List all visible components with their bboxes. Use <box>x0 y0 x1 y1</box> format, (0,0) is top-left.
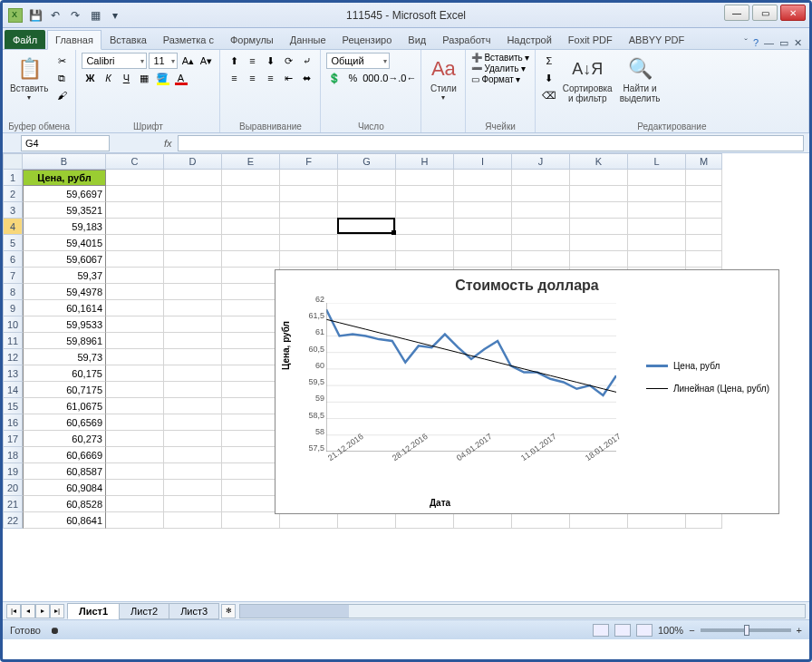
empty-cell[interactable] <box>222 496 280 512</box>
data-cell[interactable]: 59,6697 <box>23 186 106 202</box>
fill-icon[interactable]: ⬇ <box>541 70 557 86</box>
empty-cell[interactable] <box>338 219 396 235</box>
empty-cell[interactable] <box>338 235 396 251</box>
data-cell[interactable]: 59,9533 <box>23 316 106 333</box>
empty-cell[interactable] <box>222 414 280 431</box>
data-cell[interactable]: 59,4978 <box>23 284 106 300</box>
empty-cell[interactable] <box>686 202 722 219</box>
doc-restore-icon[interactable]: ▭ <box>779 37 788 49</box>
empty-cell[interactable] <box>222 235 280 251</box>
empty-cell[interactable] <box>164 463 222 480</box>
empty-cell[interactable] <box>396 235 454 251</box>
orientation-icon[interactable]: ⟳ <box>280 53 296 69</box>
row-header[interactable]: 13 <box>3 365 23 382</box>
sheet-nav-next-icon[interactable]: ▸ <box>35 604 50 618</box>
empty-cell[interactable] <box>164 284 222 300</box>
empty-cell[interactable] <box>164 431 222 447</box>
row-header[interactable]: 14 <box>3 382 23 398</box>
sheet-nav-first-icon[interactable]: |◂ <box>6 604 21 618</box>
data-cell[interactable]: 60,7175 <box>23 382 106 398</box>
col-header-D[interactable]: D <box>164 153 222 170</box>
close-button[interactable]: ✕ <box>780 5 806 21</box>
tab-developer[interactable]: Разработч <box>434 30 498 49</box>
maximize-button[interactable]: ▭ <box>752 5 778 21</box>
empty-cell[interactable] <box>164 480 222 496</box>
row-header[interactable]: 1 <box>3 170 23 186</box>
empty-cell[interactable] <box>222 186 280 202</box>
row-header[interactable]: 18 <box>3 447 23 463</box>
autosum-icon[interactable]: Σ <box>541 53 557 69</box>
new-sheet-icon[interactable]: ✻ <box>221 604 236 618</box>
empty-cell[interactable] <box>686 186 722 202</box>
empty-cell[interactable] <box>628 512 686 529</box>
doc-close-icon[interactable]: ✕ <box>794 37 802 49</box>
merge-icon[interactable]: ⬌ <box>298 70 314 86</box>
empty-cell[interactable] <box>106 186 164 202</box>
empty-cell[interactable] <box>454 186 512 202</box>
help-icon[interactable]: ? <box>753 37 759 49</box>
empty-cell[interactable] <box>396 512 454 529</box>
empty-cell[interactable] <box>512 512 570 529</box>
empty-cell[interactable] <box>164 349 222 365</box>
shrink-font-icon[interactable]: A▾ <box>198 53 214 69</box>
tab-insert[interactable]: Вставка <box>102 30 155 49</box>
empty-cell[interactable] <box>454 235 512 251</box>
empty-cell[interactable] <box>454 202 512 219</box>
cells-insert-button[interactable]: ➕Вставить ▾ <box>471 53 528 63</box>
row-header[interactable]: 10 <box>3 316 23 333</box>
tab-abbyy[interactable]: ABBYY PDF <box>621 30 693 49</box>
empty-cell[interactable] <box>280 235 338 251</box>
empty-cell[interactable] <box>222 284 280 300</box>
empty-cell[interactable] <box>106 219 164 235</box>
data-cell[interactable]: 60,1614 <box>23 300 106 316</box>
empty-cell[interactable] <box>164 316 222 333</box>
empty-cell[interactable] <box>106 365 164 382</box>
tab-file[interactable]: Файл <box>5 30 45 49</box>
empty-cell[interactable] <box>106 398 164 414</box>
empty-cell[interactable] <box>222 268 280 284</box>
copy-icon[interactable]: ⧉ <box>53 70 70 86</box>
data-cell[interactable]: 59,37 <box>23 268 106 284</box>
sheet-nav-prev-icon[interactable]: ◂ <box>21 604 35 618</box>
data-cell[interactable]: 59,4015 <box>23 235 106 251</box>
empty-cell[interactable] <box>106 414 164 431</box>
empty-cell[interactable] <box>222 447 280 463</box>
empty-cell[interactable] <box>628 186 686 202</box>
empty-cell[interactable] <box>512 235 570 251</box>
macro-record-icon[interactable]: ⏺ <box>50 625 60 636</box>
zoom-in-icon[interactable]: + <box>797 625 802 636</box>
empty-cell[interactable] <box>628 219 686 235</box>
empty-cell[interactable] <box>628 251 686 268</box>
redo-icon[interactable]: ↷ <box>68 8 82 23</box>
cell-header[interactable]: Цена, рубл <box>23 170 106 186</box>
empty-cell[interactable] <box>280 170 338 186</box>
row-header[interactable]: 7 <box>3 268 23 284</box>
row-header[interactable]: 20 <box>3 480 23 496</box>
empty-cell[interactable] <box>222 170 280 186</box>
empty-cell[interactable] <box>164 268 222 284</box>
empty-cell[interactable] <box>222 349 280 365</box>
sheet-tab[interactable]: Лист1 <box>67 603 120 619</box>
row-header[interactable]: 21 <box>3 496 23 512</box>
font-name-combo[interactable]: Calibri <box>82 53 147 69</box>
empty-cell[interactable] <box>222 365 280 382</box>
underline-button[interactable]: Ч <box>118 70 134 86</box>
empty-cell[interactable] <box>512 170 570 186</box>
qat-dropdown-icon[interactable]: ▾ <box>108 8 122 23</box>
empty-cell[interactable] <box>570 202 628 219</box>
dec-decimal-icon[interactable]: .0← <box>399 70 415 86</box>
empty-cell[interactable] <box>222 219 280 235</box>
view-pagebreak-icon[interactable] <box>636 624 652 637</box>
empty-cell[interactable] <box>686 219 722 235</box>
tab-view[interactable]: Вид <box>400 30 434 49</box>
empty-cell[interactable] <box>164 512 222 529</box>
empty-cell[interactable] <box>106 480 164 496</box>
format-painter-icon[interactable]: 🖌 <box>53 87 70 103</box>
align-bottom-icon[interactable]: ⬇ <box>262 53 278 69</box>
empty-cell[interactable] <box>686 251 722 268</box>
empty-cell[interactable] <box>164 447 222 463</box>
sheet-nav-last-icon[interactable]: ▸| <box>50 604 64 618</box>
col-header-C[interactable]: C <box>106 153 164 170</box>
empty-cell[interactable] <box>164 219 222 235</box>
data-cell[interactable]: 59,8961 <box>23 333 106 349</box>
